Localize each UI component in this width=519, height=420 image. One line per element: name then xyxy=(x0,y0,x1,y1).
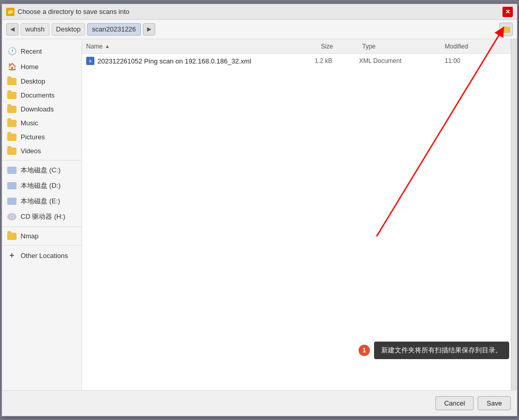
dialog-icon: 📁 xyxy=(6,8,14,16)
breadcrumb-wuhsh[interactable]: wuhsh xyxy=(21,23,50,36)
folder-icon xyxy=(7,134,17,141)
file-list: X 202312261052 Ping scan on 192.168.0.18… xyxy=(82,54,511,390)
header-type[interactable]: Type xyxy=(362,43,445,50)
file-panel: Name ▲ Size Type Modified X 202312261052… xyxy=(82,39,511,390)
header-name[interactable]: Name ▲ xyxy=(86,43,321,50)
breadcrumb-scan[interactable]: scan20231226 xyxy=(87,23,140,36)
file-size: 1.2 kB xyxy=(315,57,356,64)
sidebar-item-label: Music xyxy=(21,119,38,127)
file-list-header: Name ▲ Size Type Modified xyxy=(82,39,511,54)
sidebar-item-music[interactable]: Music xyxy=(2,116,82,130)
sidebar-item-label: 本地磁盘 (E:) xyxy=(21,197,60,206)
cancel-button[interactable]: Cancel xyxy=(435,396,474,410)
header-size[interactable]: Size xyxy=(321,43,362,50)
title-bar: 📁 Choose a directory to save scans into … xyxy=(2,4,517,20)
sidebar-divider-2 xyxy=(2,227,82,227)
folder-icon xyxy=(7,92,17,99)
sidebar: 🕐 Recent 🏠 Home Desktop Documents Downl xyxy=(2,39,82,390)
sidebar-item-label: Other Locations xyxy=(21,252,68,260)
table-row[interactable]: X 202312261052 Ping scan on 192.168.0.18… xyxy=(82,55,511,67)
sidebar-item-label: Recent xyxy=(21,47,42,55)
sidebar-item-local-d[interactable]: 本地磁盘 (D:) xyxy=(2,178,82,193)
bottom-bar: Cancel Save xyxy=(2,390,517,416)
sidebar-item-label: Downloads xyxy=(21,105,54,113)
clock-icon: 🕐 xyxy=(7,46,17,56)
folder-icon xyxy=(7,120,17,127)
sort-indicator: ▲ xyxy=(105,43,110,49)
plus-icon: + xyxy=(7,251,17,260)
tooltip-overlay: 1 新建文件夹将所有扫描结果保存到目录。 xyxy=(359,342,509,359)
sidebar-item-other-locations[interactable]: + Other Locations xyxy=(2,248,82,263)
sidebar-item-label: 本地磁盘 (C:) xyxy=(21,166,60,175)
breadcrumb-desktop[interactable]: Desktop xyxy=(52,23,86,36)
sidebar-item-pictures[interactable]: Pictures xyxy=(2,130,82,144)
new-folder-button[interactable] xyxy=(499,23,513,36)
svg-rect-1 xyxy=(502,27,506,28)
dialog-window: 📁 Choose a directory to save scans into … xyxy=(2,4,517,416)
sidebar-item-label: Documents xyxy=(21,91,55,99)
cd-icon: 💿 xyxy=(7,213,17,220)
sidebar-divider-3 xyxy=(2,245,82,246)
folder-icon xyxy=(7,78,17,85)
sidebar-item-nmap[interactable]: Nmap xyxy=(2,229,82,243)
sidebar-item-documents[interactable]: Documents xyxy=(2,88,82,102)
close-button[interactable]: ✕ xyxy=(502,7,513,17)
tooltip-text: 新建文件夹将所有扫描结果保存到目录。 xyxy=(374,342,509,359)
sidebar-item-local-e[interactable]: 本地磁盘 (E:) xyxy=(2,193,82,209)
sidebar-item-label: Home xyxy=(21,63,39,71)
sidebar-item-cd-drive[interactable]: 💿 CD 驱动器 (H:) xyxy=(2,209,82,224)
drive-icon xyxy=(7,182,17,189)
tooltip-number: 1 xyxy=(359,345,370,356)
sidebar-item-local-c[interactable]: 本地磁盘 (C:) xyxy=(2,163,82,178)
save-button[interactable]: Save xyxy=(478,396,511,410)
svg-rect-0 xyxy=(502,27,510,33)
folder-icon xyxy=(7,106,17,113)
dialog-title: Choose a directory to save scans into xyxy=(18,8,129,15)
sidebar-item-label: Pictures xyxy=(21,133,45,141)
file-type: XML Document xyxy=(359,57,442,64)
sidebar-item-videos[interactable]: Videos xyxy=(2,144,82,158)
nav-back-button[interactable]: ◀ xyxy=(6,23,19,36)
file-name: 202312261052 Ping scan on 192.168.0.186_… xyxy=(98,57,312,65)
drive-icon xyxy=(7,198,17,205)
main-area: 🕐 Recent 🏠 Home Desktop Documents Downl xyxy=(2,39,517,390)
file-modified: 11:00 xyxy=(445,57,507,64)
sidebar-item-home[interactable]: 🏠 Home xyxy=(2,59,82,74)
sidebar-item-downloads[interactable]: Downloads xyxy=(2,102,82,116)
toolbar-right xyxy=(499,23,513,36)
sidebar-item-recent[interactable]: 🕐 Recent xyxy=(2,43,82,59)
xml-file-icon: X xyxy=(86,57,94,65)
toolbar: ◀ wuhsh Desktop scan20231226 ▶ xyxy=(2,20,517,39)
folder-icon xyxy=(7,233,17,240)
title-bar-left: 📁 Choose a directory to save scans into xyxy=(6,8,129,16)
home-icon: 🏠 xyxy=(7,62,17,71)
header-modified[interactable]: Modified xyxy=(445,43,507,50)
sidebar-item-label: Videos xyxy=(21,147,41,155)
sidebar-item-label: CD 驱动器 (H:) xyxy=(21,212,66,221)
drive-icon xyxy=(7,167,17,174)
scrollbar[interactable] xyxy=(511,39,517,390)
sidebar-item-desktop[interactable]: Desktop xyxy=(2,74,82,88)
sidebar-divider xyxy=(2,160,82,160)
sidebar-item-label: Nmap xyxy=(21,232,39,240)
sidebar-item-label: Desktop xyxy=(21,77,45,85)
nav-forward-button[interactable]: ▶ xyxy=(143,23,155,36)
folder-icon xyxy=(7,148,17,155)
sidebar-item-label: 本地磁盘 (D:) xyxy=(21,181,60,190)
